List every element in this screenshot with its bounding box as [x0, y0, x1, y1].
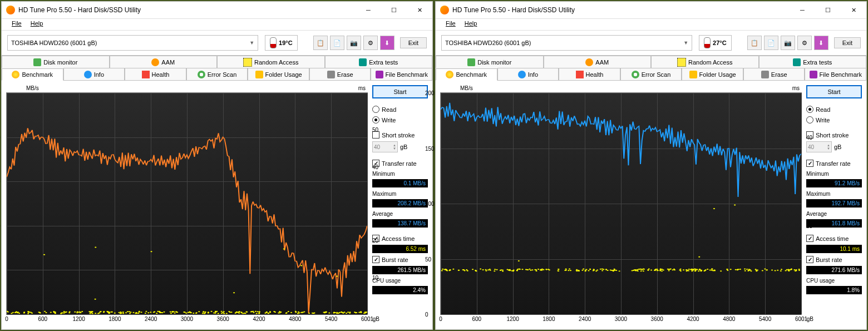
svg-point-441	[660, 269, 662, 270]
tab-disk-monitor[interactable]: Disk monitor	[2, 56, 110, 68]
drive-select[interactable]: TOSHIBA HDWD260 (6001 gB)▼	[7, 35, 258, 51]
tab-erase[interactable]: Erase	[743, 68, 805, 80]
svg-point-478	[631, 270, 633, 271]
minimize-button[interactable]: ─	[790, 2, 815, 18]
svg-point-117	[18, 313, 20, 314]
options-button[interactable]: ⚙	[363, 36, 378, 50]
svg-point-407	[549, 269, 550, 270]
svg-point-139	[139, 311, 140, 312]
tab-health[interactable]: Health	[559, 68, 620, 80]
tab-health[interactable]: Health	[125, 68, 186, 80]
tab-benchmark[interactable]: Benchmark	[436, 68, 497, 81]
burst-rate-checkbox[interactable]: Burst rate	[806, 255, 862, 264]
screenshot-button[interactable]: 📷	[347, 36, 361, 50]
screenshot-button[interactable]: 📷	[781, 36, 795, 50]
tab-aam[interactable]: AAM	[544, 56, 652, 68]
menu-file[interactable]: File	[441, 19, 460, 30]
tab-extra-tests[interactable]: Extra tests	[759, 56, 867, 68]
svg-point-438	[600, 269, 601, 270]
monitor-icon	[33, 58, 41, 66]
burst-value: 261.5 MB/s	[372, 266, 428, 274]
close-button[interactable]: ✕	[841, 2, 866, 18]
tab-info[interactable]: Info	[63, 68, 125, 80]
copy-screenshot-button[interactable]: 📄	[330, 36, 344, 50]
options-button[interactable]: ⚙	[797, 36, 812, 50]
svg-point-38	[125, 312, 127, 313]
svg-point-356	[588, 270, 589, 271]
save-button[interactable]: ⬇	[814, 36, 828, 50]
menu-help[interactable]: Help	[26, 19, 48, 30]
drive-select[interactable]: TOSHIBA HDWD260 (6001 gB)▼	[441, 35, 692, 51]
tab-file-benchmark[interactable]: File Benchmark	[805, 68, 866, 80]
spinner-icon[interactable]: ▲▼	[393, 144, 396, 150]
copy-info-button[interactable]: 📋	[313, 36, 328, 50]
write-radio[interactable]: Write	[806, 116, 862, 124]
tab-folder-usage[interactable]: Folder Usage	[682, 68, 743, 80]
tab-benchmark[interactable]: Benchmark	[2, 68, 63, 81]
tab-info[interactable]: Info	[497, 68, 559, 80]
access-time-checkbox[interactable]: Access time	[806, 234, 862, 243]
copy-info-button[interactable]: 📋	[747, 36, 762, 50]
svg-point-310	[557, 270, 559, 271]
short-stroke-checkbox[interactable]: Short stroke	[372, 131, 428, 139]
chevron-down-icon: ▼	[683, 40, 688, 46]
copy-screenshot-button[interactable]: 📄	[764, 36, 778, 50]
svg-point-103	[118, 312, 120, 313]
aam-icon	[151, 58, 159, 66]
tab-aam[interactable]: AAM	[110, 56, 218, 68]
folder-icon	[255, 71, 263, 78]
minimize-button[interactable]: ─	[356, 2, 381, 18]
menu-help[interactable]: Help	[460, 19, 482, 30]
svg-point-142	[77, 312, 78, 313]
tab-error-scan[interactable]: Error Scan	[620, 68, 682, 80]
burst-rate-checkbox[interactable]: Burst rate	[372, 255, 428, 264]
tab-random-access[interactable]: Random Access	[217, 56, 325, 68]
svg-point-360	[726, 269, 728, 270]
read-radio[interactable]: Read	[372, 105, 428, 113]
tab-disk-monitor[interactable]: Disk monitor	[436, 56, 544, 68]
tab-extra-tests[interactable]: Extra tests	[325, 56, 433, 68]
exit-button[interactable]: Exit	[400, 37, 427, 48]
tab-error-scan[interactable]: Error Scan	[186, 68, 248, 80]
svg-point-468	[654, 269, 656, 270]
svg-point-370	[685, 269, 687, 270]
short-stroke-input[interactable]: 40▲▼	[806, 141, 832, 152]
tab-random-access[interactable]: Random Access	[651, 56, 759, 68]
spinner-icon[interactable]: ▲▼	[827, 144, 830, 150]
temperature-display: 27°C	[699, 35, 732, 51]
start-button[interactable]: Start	[806, 85, 862, 98]
svg-point-113	[279, 311, 280, 312]
avg-label: Average	[806, 211, 862, 217]
tab-file-benchmark[interactable]: File Benchmark	[371, 68, 432, 80]
tab-folder-usage[interactable]: Folder Usage	[248, 68, 309, 80]
svg-point-174	[269, 312, 271, 313]
svg-point-56	[122, 312, 124, 313]
access-time-checkbox[interactable]: Access time	[372, 234, 428, 243]
svg-point-144	[213, 312, 215, 313]
start-button[interactable]: Start	[372, 85, 428, 98]
svg-point-193	[273, 311, 275, 312]
svg-point-484	[673, 269, 675, 270]
svg-point-494	[788, 270, 790, 271]
short-stroke-checkbox[interactable]: Short stroke	[806, 131, 862, 139]
read-radio[interactable]: Read	[806, 105, 862, 113]
transfer-rate-checkbox[interactable]: Transfer rate	[806, 159, 862, 167]
write-radio[interactable]: Write	[372, 116, 428, 124]
menu-file[interactable]: File	[7, 19, 26, 30]
svg-point-219	[302, 312, 303, 313]
maximize-button[interactable]: ☐	[381, 2, 407, 18]
transfer-rate-checkbox[interactable]: Transfer rate	[372, 159, 428, 167]
short-stroke-input[interactable]: 40▲▼	[372, 141, 398, 152]
svg-point-357	[795, 270, 796, 271]
maximize-button[interactable]: ☐	[815, 2, 841, 18]
exit-button[interactable]: Exit	[834, 37, 861, 48]
svg-point-190	[176, 312, 177, 313]
svg-point-474	[697, 269, 698, 270]
min-label: Minimum	[372, 171, 428, 177]
tab-erase[interactable]: Erase	[309, 68, 371, 80]
save-button[interactable]: ⬇	[380, 36, 394, 50]
close-button[interactable]: ✕	[407, 2, 432, 18]
svg-point-245	[290, 312, 292, 313]
svg-point-69	[218, 313, 219, 314]
cpu-value: 2.4%	[372, 286, 428, 294]
